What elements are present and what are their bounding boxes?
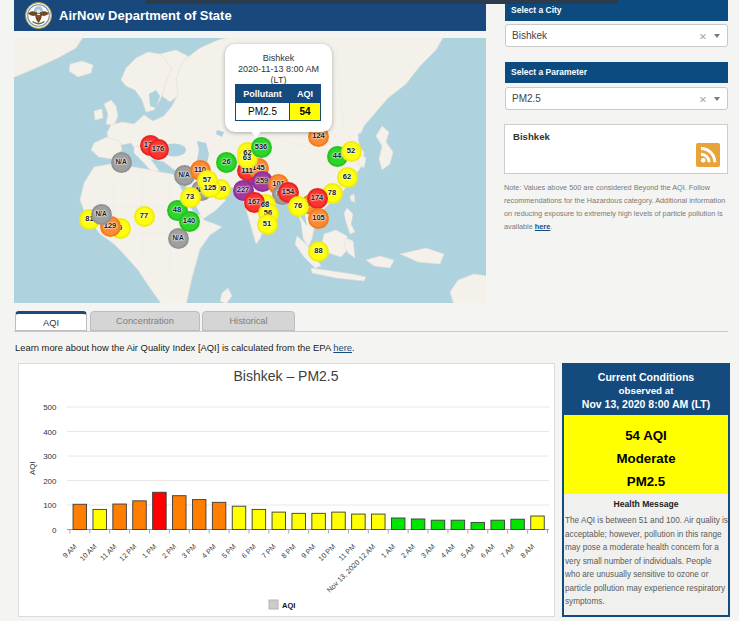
svg-text:12 PM: 12 PM [117,542,138,563]
svg-text:1 PM: 1 PM [140,542,158,560]
svg-text:AQI: AQI [28,461,37,475]
svg-text:400: 400 [43,428,57,437]
svg-text:AQI: AQI [282,601,295,610]
svg-text:8 AM: 8 AM [518,542,536,560]
svg-text:2 AM: 2 AM [399,542,417,560]
svg-text:9 PM: 9 PM [299,542,317,560]
svg-text:300: 300 [43,452,57,461]
svg-text:9 AM: 9 AM [61,542,79,560]
svg-text:10 AM: 10 AM [78,542,99,563]
svg-text:8 PM: 8 PM [279,542,297,560]
svg-text:10 PM: 10 PM [316,542,337,563]
svg-text:1 AM: 1 AM [379,542,397,560]
svg-text:3 AM: 3 AM [419,542,437,560]
svg-text:5 AM: 5 AM [459,542,477,560]
svg-text:6 AM: 6 AM [479,542,497,560]
svg-text:Bishkek – PM2.5: Bishkek – PM2.5 [233,368,338,384]
svg-text:0: 0 [52,526,57,535]
svg-text:100: 100 [43,501,57,510]
svg-text:3 PM: 3 PM [180,542,198,560]
svg-text:500: 500 [43,403,57,412]
svg-text:4 PM: 4 PM [200,542,218,560]
svg-text:7 PM: 7 PM [259,542,277,560]
svg-text:7 AM: 7 AM [499,542,517,560]
svg-text:200: 200 [43,477,57,486]
svg-text:11 AM: 11 AM [98,542,118,562]
svg-text:6 PM: 6 PM [240,542,258,560]
svg-text:4 AM: 4 AM [439,542,457,560]
svg-text:2 PM: 2 PM [160,542,178,560]
svg-text:5 PM: 5 PM [220,542,238,560]
